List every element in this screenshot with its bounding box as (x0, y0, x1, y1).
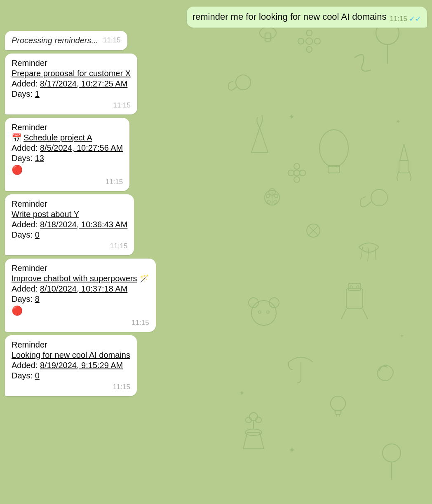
reminder-footer-1: 11:15 (12, 101, 131, 110)
reminder-card-5: Reminder Looking for new cool AI domains… (5, 335, 137, 396)
svg-text:✦: ✦ (289, 446, 296, 455)
reminder-days-4: Days: 8 (12, 294, 149, 304)
reminder-added-2: Added: 8/5/2024, 10:27:56 AM (12, 143, 123, 153)
reminder-footer-5: 11:15 (12, 383, 130, 391)
outgoing-text: reminder me for looking for new cool AI … (193, 11, 387, 23)
reminder-added-4: Added: 8/10/2024, 10:37:18 AM (12, 284, 149, 294)
chat-container: reminder me for looking for new cool AI … (0, 0, 432, 403)
outgoing-message: reminder me for looking for new cool AI … (187, 7, 427, 28)
reminder-card-2: Reminder 📅 Schedule project A Added: 8/5… (5, 118, 129, 191)
reminder-time-5: 11:15 (113, 383, 130, 391)
reminder-days-1: Days: 1 (12, 89, 131, 99)
red-dot-icon-4: 🔴 (12, 306, 149, 316)
reminder-time-4: 11:15 (131, 319, 149, 327)
svg-point-56 (249, 413, 258, 421)
reminder-footer-3: 11:15 (12, 242, 127, 250)
reminder-label-2: Reminder (12, 123, 123, 132)
svg-point-54 (245, 429, 262, 436)
wand-icon: 🪄 (139, 274, 149, 284)
reminder-title-1: Prepare proposal for customer X (12, 69, 131, 78)
reminder-title-4: Improve chatbot with superpowers (12, 274, 137, 283)
reminder-time-3: 11:15 (110, 242, 128, 250)
reminder-card-4: Reminder Improve chatbot with superpower… (5, 259, 156, 332)
svg-point-58 (256, 417, 261, 423)
outgoing-time: 11:15 (390, 15, 407, 23)
reminder-time-2: 11:15 (106, 178, 123, 186)
reminder-card-3: Reminder Write post about Y Added: 8/18/… (5, 194, 134, 255)
reminder-label-1: Reminder (12, 58, 131, 68)
reminder-time-1: 11:15 (113, 101, 131, 110)
outgoing-meta: 11:15 ✓✓ (390, 14, 421, 23)
processing-time: 11:15 (103, 36, 121, 44)
reminder-label-5: Reminder (12, 340, 130, 350)
reminder-added-1: Added: 8/17/2024, 10:27:25 AM (12, 79, 131, 89)
reminder-title-3: Write post about Y (12, 210, 127, 219)
read-receipts-icon: ✓✓ (409, 14, 421, 23)
reminder-days-2: Days: 13 (12, 154, 123, 163)
reminder-label-3: Reminder (12, 199, 127, 209)
svg-point-59 (383, 444, 401, 462)
reminder-label-4: Reminder (12, 264, 149, 273)
reminder-footer-4: 11:15 (12, 319, 149, 327)
reminder-days-3: Days: 0 (12, 230, 127, 240)
reminder-days-5: Days: 0 (12, 371, 130, 380)
reminder-added-5: Added: 8/19/2024, 9:15:29 AM (12, 361, 130, 370)
processing-text: Processing reminders... (12, 36, 98, 45)
reminder-added-3: Added: 8/18/2024, 10:36:43 AM (12, 220, 127, 229)
red-dot-icon-2: 🔴 (12, 165, 123, 175)
reminder-card-1: Reminder Prepare proposal for customer X… (5, 54, 137, 114)
reminder-title-row-2: 📅 Schedule project A (12, 133, 123, 143)
reminder-title-5: Looking for new cool AI domains (12, 350, 130, 360)
reminder-title-2: Schedule project A (23, 133, 92, 142)
svg-point-57 (246, 417, 251, 423)
processing-message: Processing reminders... 11:15 (5, 31, 127, 50)
calendar-icon: 📅 (12, 133, 22, 143)
reminder-title-row-4: Improve chatbot with superpowers 🪄 (12, 274, 149, 284)
svg-rect-48 (335, 410, 341, 414)
reminder-footer-2: 11:15 (12, 178, 123, 186)
